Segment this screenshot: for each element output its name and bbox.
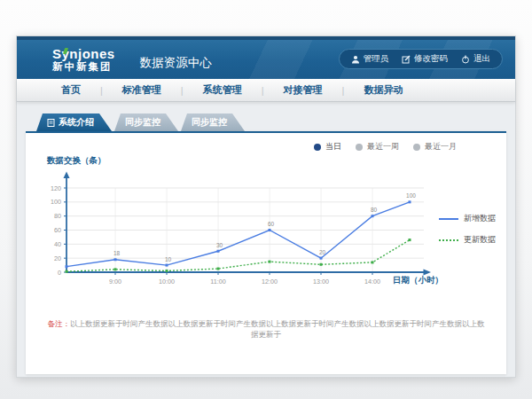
tab-0[interactable]: 系统介绍 — [36, 113, 112, 131]
document-icon — [47, 119, 55, 127]
x-axis-title: 日期（小时） — [393, 275, 443, 286]
app-window: Synjones 新中新集团 数据资源中心 管理员 — [16, 35, 516, 378]
y-tick-label: 40 — [54, 240, 61, 248]
data-point-label: 18 — [113, 250, 121, 256]
y-axis-arrow — [64, 172, 70, 179]
change-password-button[interactable]: 修改密码 — [402, 53, 448, 65]
main-nav: 首页|标准管理|系统管理|对接管理|数据异动 — [17, 79, 515, 102]
user-name-label: 管理员 — [364, 53, 389, 65]
range-filter-0[interactable]: 当日 — [314, 141, 341, 153]
logo-text-cn: 新中新集团 — [52, 61, 115, 72]
y-tick-label: 100 — [51, 198, 61, 206]
data-point — [217, 250, 220, 253]
radio-dot-icon — [314, 144, 321, 151]
tab-label: 同步监控 — [192, 113, 227, 131]
data-point-label: 10 — [165, 256, 172, 262]
page-background: Synjones 新中新集团 数据资源中心 管理员 — [0, 0, 532, 399]
nav-item-0[interactable]: 首页 — [42, 83, 100, 97]
tab-bar: 系统介绍同步监控同步监控 — [36, 113, 506, 131]
data-point — [409, 200, 411, 203]
data-point — [166, 270, 168, 272]
y-tick-label: 0 — [58, 269, 61, 277]
range-filter-group: 当日最近一周最近一月 — [314, 141, 457, 153]
page-title: 数据资源中心 — [140, 55, 212, 71]
data-point — [372, 261, 374, 263]
data-point-label: 60 — [268, 221, 275, 227]
legend-item-1[interactable]: 更新数据 — [439, 234, 496, 246]
range-filter-label: 当日 — [325, 141, 341, 153]
nav-item-2[interactable]: 系统管理 — [184, 83, 262, 97]
data-point — [409, 239, 411, 241]
range-filter-2[interactable]: 最近一月 — [413, 141, 457, 153]
data-point-label: 100 — [406, 192, 416, 199]
data-point — [66, 265, 68, 268]
logo-primary-text: Synjones — [52, 46, 115, 61]
tab-label: 系统介绍 — [59, 113, 94, 131]
x-tick-label: 9:00 — [109, 278, 121, 286]
range-filter-1[interactable]: 最近一周 — [356, 141, 399, 153]
legend-item-0[interactable]: 新增数据 — [439, 213, 496, 224]
tab-1[interactable]: 同步监控 — [114, 113, 178, 131]
x-tick-label: 12:00 — [262, 278, 278, 286]
data-point — [217, 268, 220, 270]
user-account-button[interactable]: 管理员 — [351, 53, 389, 65]
data-point — [269, 261, 271, 263]
legend-series-label: 新增数据 — [464, 213, 496, 224]
power-icon — [461, 55, 470, 64]
radio-dot-icon — [356, 144, 363, 151]
nav-item-4[interactable]: 数据异动 — [344, 83, 422, 97]
content-area: 系统介绍同步监控同步监控 当日最近一周最近一月 数据交换（条） 9:0010:0… — [17, 102, 515, 374]
footnote-text: 以上数据更新于时间产生数据以上数据更新于时间产生数据以上数据更新于时间产生数据以… — [70, 319, 485, 339]
data-point — [66, 270, 68, 273]
y-tick-label: 120 — [51, 184, 61, 192]
y-tick-label: 20 — [54, 254, 61, 262]
chart-panel: 当日最近一周最近一月 数据交换（条） 9:0010:0011:0012:0013… — [26, 131, 506, 374]
nav-item-1[interactable]: 标准管理 — [103, 83, 181, 97]
data-point — [320, 263, 323, 266]
brand-logo: Synjones 新中新集团 — [52, 47, 115, 72]
legend-line-sample — [439, 218, 458, 220]
data-point-label: 30 — [216, 242, 223, 248]
user-icon — [351, 55, 360, 64]
data-point-label: 20 — [319, 249, 326, 255]
y-tick-label: 60 — [54, 226, 61, 234]
y-axis-title: 数据交换（条） — [47, 155, 106, 167]
footnote-label: 备注： — [48, 319, 71, 328]
data-point — [269, 229, 271, 231]
legend-line-sample — [439, 239, 458, 241]
user-menu: 管理员 修改密码 退出 — [339, 49, 504, 69]
x-tick-label: 13:00 — [313, 278, 329, 286]
radio-dot-icon — [413, 144, 420, 151]
chart-legend: 新增数据更新数据 — [439, 213, 496, 246]
data-point-label: 80 — [371, 207, 378, 213]
legend-series-label: 更新数据 — [464, 234, 496, 246]
data-point — [114, 258, 117, 261]
x-tick-label: 10:00 — [159, 278, 175, 286]
data-point — [320, 257, 323, 260]
line-chart: 9:0010:0011:0012:0013:0014:0002040608010… — [40, 170, 441, 289]
logo-text-en: Synjones — [52, 47, 115, 61]
nav-item-3[interactable]: 对接管理 — [264, 83, 342, 97]
range-filter-label: 最近一周 — [367, 141, 399, 153]
x-tick-label: 11:00 — [210, 278, 225, 286]
logout-label: 退出 — [473, 53, 490, 65]
footnote: 备注：以上数据更新于时间产生数据以上数据更新于时间产生数据以上数据更新于时间产生… — [26, 319, 506, 340]
data-point — [372, 215, 374, 217]
data-point — [114, 268, 117, 270]
tab-label: 同步监控 — [125, 113, 160, 131]
logout-button[interactable]: 退出 — [461, 53, 490, 65]
range-filter-label: 最近一月 — [425, 141, 457, 153]
edit-icon — [402, 55, 411, 64]
data-point — [166, 264, 168, 267]
app-header: Synjones 新中新集团 数据资源中心 管理员 — [17, 40, 515, 79]
tab-2[interactable]: 同步监控 — [181, 113, 245, 131]
series-line — [66, 202, 410, 267]
y-tick-label: 80 — [54, 212, 61, 220]
change-password-label: 修改密码 — [414, 53, 448, 65]
x-tick-label: 14:00 — [364, 278, 380, 286]
